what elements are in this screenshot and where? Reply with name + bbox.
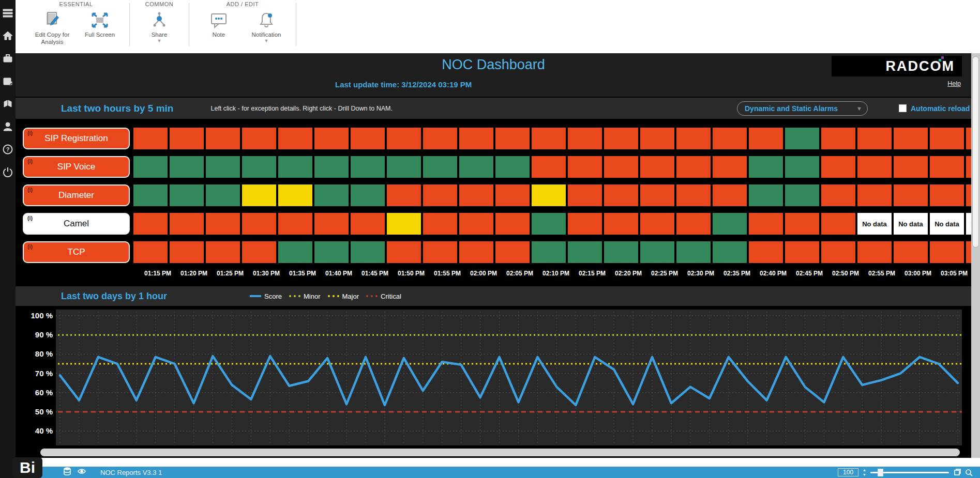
heatmap-cell[interactable] bbox=[351, 213, 385, 235]
heatmap-cell[interactable] bbox=[387, 213, 421, 235]
heatmap-cell[interactable] bbox=[314, 156, 349, 178]
toolbar-button-edit-copy[interactable]: Edit Copy for Analysis bbox=[30, 8, 74, 46]
metric-button-sip-voice[interactable]: (i)SIP Voice bbox=[23, 156, 130, 178]
heatmap-cell[interactable] bbox=[640, 128, 674, 149]
heatmap-cell[interactable] bbox=[314, 213, 349, 235]
metric-button-diameter[interactable]: (i)Diameter bbox=[23, 184, 130, 206]
heatmap-cell[interactable] bbox=[133, 241, 168, 263]
heatmap-cell[interactable] bbox=[966, 128, 971, 149]
heatmap-cell[interactable] bbox=[604, 241, 638, 263]
heatmap-cell[interactable] bbox=[532, 213, 566, 235]
heatmap-cell[interactable] bbox=[133, 184, 168, 206]
database-icon[interactable] bbox=[63, 467, 71, 477]
heatmap-cell[interactable] bbox=[242, 156, 276, 178]
heatmap-cell[interactable] bbox=[894, 241, 928, 263]
heatmap-cell[interactable] bbox=[170, 241, 204, 263]
heatmap-cell[interactable] bbox=[242, 128, 276, 149]
heatmap-cell[interactable]: No data bbox=[966, 213, 971, 235]
heatmap-cell[interactable] bbox=[423, 213, 457, 235]
heatmap-cell[interactable] bbox=[423, 156, 457, 178]
heatmap-cell[interactable] bbox=[568, 241, 602, 263]
toolbar-button-notification[interactable]: Notification▼ bbox=[244, 8, 289, 44]
heatmap-cell[interactable] bbox=[785, 213, 819, 235]
horizontal-scrollbar-thumb[interactable] bbox=[40, 449, 960, 456]
heatmap-cell[interactable] bbox=[278, 241, 312, 263]
heatmap-cell[interactable]: No data bbox=[894, 213, 928, 235]
heatmap-cell[interactable] bbox=[459, 184, 493, 206]
heatmap-cell[interactable] bbox=[314, 184, 349, 206]
heatmap-cell[interactable] bbox=[930, 128, 964, 149]
heatmap-cell[interactable] bbox=[640, 184, 674, 206]
zoom-level-input[interactable]: 100 bbox=[838, 468, 858, 476]
heatmap-cell[interactable] bbox=[857, 156, 892, 178]
heatmap-cell[interactable] bbox=[676, 213, 711, 235]
heatmap-cell[interactable] bbox=[278, 213, 312, 235]
heatmap-cell[interactable] bbox=[278, 184, 312, 206]
heatmap-cell[interactable] bbox=[387, 128, 421, 149]
heatmap-cell[interactable] bbox=[713, 184, 747, 206]
heatmap-cell[interactable] bbox=[495, 213, 530, 235]
heatmap-cell[interactable] bbox=[930, 241, 964, 263]
heatmap-cell[interactable] bbox=[568, 156, 602, 178]
heatmap-cell[interactable] bbox=[749, 241, 783, 263]
metric-button-sip-registration[interactable]: (i)SIP Registration bbox=[23, 128, 130, 149]
heatmap-cell[interactable] bbox=[532, 128, 566, 149]
heatmap-cell[interactable] bbox=[133, 156, 168, 178]
heatmap-cell[interactable] bbox=[133, 128, 168, 149]
toolbar-button-note[interactable]: Note bbox=[197, 8, 241, 44]
heatmap-cell[interactable] bbox=[278, 156, 312, 178]
heatmap-cell[interactable] bbox=[170, 184, 204, 206]
heatmap-cell[interactable] bbox=[351, 128, 385, 149]
heatmap-cell[interactable] bbox=[170, 156, 204, 178]
metric-button-tcp[interactable]: (i)TCP bbox=[23, 241, 130, 263]
heatmap-cell[interactable] bbox=[206, 213, 240, 235]
fit-to-screen-icon[interactable] bbox=[953, 469, 961, 476]
heatmap-cell[interactable] bbox=[387, 184, 421, 206]
heatmap-cell[interactable] bbox=[821, 184, 855, 206]
heatmap-cell[interactable] bbox=[387, 156, 421, 178]
user-icon[interactable] bbox=[2, 121, 13, 132]
heatmap-cell[interactable] bbox=[821, 213, 855, 235]
heatmap-cell[interactable] bbox=[894, 128, 928, 149]
heatmap-cell[interactable]: No data bbox=[857, 213, 892, 235]
heatmap-cell[interactable] bbox=[785, 241, 819, 263]
heatmap-cell[interactable] bbox=[676, 241, 711, 263]
toolbar-button-share[interactable]: Share▼ bbox=[137, 8, 182, 44]
heatmap-cell[interactable] bbox=[133, 213, 168, 235]
heatmap-cell[interactable] bbox=[604, 184, 638, 206]
vertical-scrollbar-thumb[interactable] bbox=[972, 56, 979, 248]
heatmap-cell[interactable] bbox=[423, 241, 457, 263]
heatmap-cell[interactable] bbox=[749, 128, 783, 149]
heatmap-cell[interactable] bbox=[857, 184, 892, 206]
heatmap-cell[interactable] bbox=[604, 156, 638, 178]
heatmap-cell[interactable] bbox=[532, 156, 566, 178]
heatmap-cell[interactable] bbox=[676, 184, 711, 206]
heatmap-cell[interactable] bbox=[894, 184, 928, 206]
chevron-down-icon[interactable]: ▼ bbox=[157, 38, 162, 44]
heatmap-cell[interactable] bbox=[785, 128, 819, 149]
heatmap-cell[interactable] bbox=[495, 156, 530, 178]
metric-button-camel[interactable]: (i)Camel bbox=[23, 213, 130, 235]
heatmap-cell[interactable] bbox=[423, 128, 457, 149]
home-icon[interactable] bbox=[2, 30, 13, 41]
alarm-type-dropdown[interactable]: Dynamic and Static Alarms ▼ bbox=[737, 101, 868, 116]
help-icon[interactable]: ? bbox=[2, 144, 13, 155]
heatmap-cell[interactable] bbox=[604, 213, 638, 235]
magnifier-icon[interactable] bbox=[965, 469, 973, 476]
heatmap-cell[interactable] bbox=[821, 156, 855, 178]
heatmap-cell[interactable] bbox=[821, 128, 855, 149]
heatmap-cell[interactable] bbox=[206, 241, 240, 263]
heatmap-cell[interactable] bbox=[930, 184, 964, 206]
heatmap-cell[interactable] bbox=[857, 128, 892, 149]
heatmap-cell[interactable] bbox=[459, 128, 493, 149]
automatic-reload-checkbox[interactable] bbox=[899, 104, 907, 112]
heatmap-cell[interactable] bbox=[351, 184, 385, 206]
heatmap-cell[interactable] bbox=[930, 156, 964, 178]
heatmap-cell[interactable] bbox=[459, 156, 493, 178]
heatmap-cell[interactable] bbox=[713, 213, 747, 235]
edit-note-icon[interactable] bbox=[2, 75, 13, 87]
heatmap-cell[interactable] bbox=[966, 241, 971, 263]
menu-icon[interactable] bbox=[2, 7, 13, 19]
heatmap-cell[interactable] bbox=[314, 128, 349, 149]
heatmap-cell[interactable] bbox=[640, 241, 674, 263]
